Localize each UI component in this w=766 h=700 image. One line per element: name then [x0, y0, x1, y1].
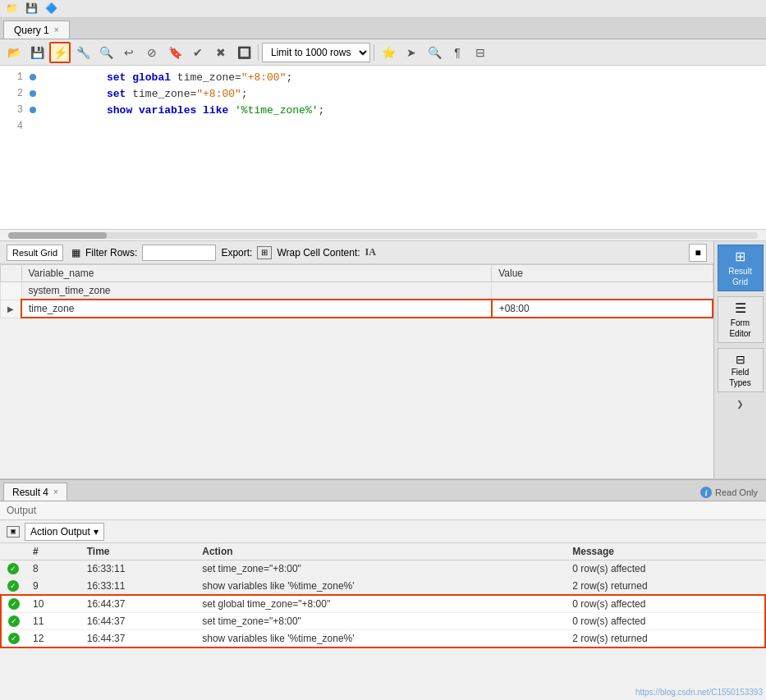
row-arrow-icon: ▶ — [7, 304, 14, 313]
check-button[interactable]: ✔ — [187, 42, 209, 63]
save-icon[interactable]: 💾 — [23, 1, 39, 17]
filter-rows-input[interactable] — [142, 245, 216, 261]
folder-icon[interactable]: 📁 — [3, 1, 20, 17]
cancel-button[interactable]: ✖ — [210, 42, 232, 63]
result-tab-label: Result 4 — [12, 487, 48, 498]
query-tab[interactable]: Query 1 × — [3, 21, 70, 39]
table-button[interactable]: ⊟ — [470, 42, 491, 63]
num-cell-9: 9 — [26, 578, 80, 596]
line-dot-2 — [30, 90, 36, 97]
stop-button[interactable]: ⊘ — [141, 42, 163, 63]
horizontal-scrollbar[interactable] — [0, 230, 766, 241]
result-grid: Variable_name Value system_time_zone — [0, 264, 713, 478]
output-header-row: # Time Action Message — [1, 543, 765, 560]
scroll-track — [8, 232, 758, 239]
status-ok-icon-10: ✓ — [8, 598, 20, 610]
status-ok-icon-11: ✓ — [8, 615, 20, 627]
output-row-10: ✓ 10 16:44:37 set global time_zone="+8:0… — [1, 595, 765, 613]
undo-button[interactable]: ↩ — [118, 42, 140, 63]
field-types-sidebar-button[interactable]: ⊟ FieldTypes — [718, 348, 764, 392]
watermark: https://blog.csdn.net/C1550153393 — [635, 688, 763, 697]
grid-row-2[interactable]: ▶ time_zone +08:00 — [1, 300, 713, 318]
action-cell-8: set time_zone="+8:00" — [195, 560, 566, 578]
cell-value-2: +08:00 — [492, 300, 713, 318]
info-icon: i — [700, 487, 712, 498]
output-label: Output — [7, 505, 36, 516]
wrap-label: Wrap Cell Content: — [277, 247, 360, 258]
square-toggle-button[interactable]: ■ — [689, 244, 707, 262]
filter-button[interactable]: 🔲 — [233, 42, 255, 63]
col-header-value: Value — [492, 265, 713, 282]
col-header-variable-name: Variable_name — [21, 265, 492, 282]
status-cell-9: ✓ — [1, 578, 26, 596]
arrow-button[interactable]: ➤ — [401, 42, 422, 63]
output-row-12: ✓ 12 16:44:37 show variables like '%time… — [1, 630, 765, 648]
action-output-dropdown-label: Action Output — [30, 526, 90, 538]
limit-dropdown[interactable]: Limit to 1000 rows — [262, 43, 370, 62]
result-grid-sidebar-icon: ⊞ — [720, 249, 761, 266]
query-toolbar: 📂 💾 ⚡ 🔧 🔍 ↩ ⊘ 🔖 ✔ ✖ 🔲 Limit to 1000 rows… — [0, 39, 766, 66]
result-main: Result Grid ▦ Filter Rows: Export: ⊞ Wra… — [0, 241, 713, 478]
action-cell-9: show variables like '%time_zone%' — [195, 578, 566, 596]
query-icon[interactable]: 🔷 — [43, 1, 59, 17]
scroll-thumb[interactable] — [8, 232, 107, 239]
output-row-11: ✓ 11 16:44:37 set time_zone="+8:00" 0 ro… — [1, 613, 765, 630]
system-toolbar: 📁 💾 🔷 — [0, 0, 766, 18]
num-cell-12: 12 — [26, 630, 80, 648]
result-tab-4[interactable]: Result 4 × — [3, 483, 67, 501]
line-num-4: 4 — [7, 121, 23, 132]
star-button[interactable]: ⭐ — [378, 42, 399, 63]
grid-row-1[interactable]: system_time_zone — [1, 282, 713, 300]
magnify-button[interactable]: 🔍 — [424, 42, 445, 63]
status-ok-icon-8: ✓ — [7, 563, 19, 574]
read-only-text: Read Only — [715, 487, 758, 497]
form-editor-sidebar-button[interactable]: ☰ FormEditor — [718, 296, 764, 343]
sidebar-collapse-arrow[interactable]: ❯ — [736, 397, 743, 411]
execute-button[interactable]: ⚡ — [49, 42, 71, 63]
tab-label: Query 1 — [14, 25, 49, 36]
col-header-status — [1, 543, 26, 560]
tab-close-button[interactable]: × — [54, 25, 59, 34]
message-cell-11: 0 row(s) affected — [566, 613, 765, 630]
action-output-icon: ▣ — [7, 526, 20, 538]
line-dot-empty-4 — [30, 123, 36, 130]
right-sidebar: ⊞ ResultGrid ☰ FormEditor ⊟ FieldTypes ❯ — [713, 241, 766, 478]
col-header-time: Time — [80, 543, 195, 560]
message-cell-12: 2 row(s) returned — [566, 630, 765, 648]
result-toolbar: Result Grid ▦ Filter Rows: Export: ⊞ Wra… — [0, 241, 713, 264]
separator2 — [374, 44, 374, 61]
message-cell-9: 2 row(s) returned — [566, 578, 765, 596]
cell-value-1 — [492, 282, 713, 300]
export-icon[interactable]: ⊞ — [257, 246, 272, 259]
export-label: Export: — [221, 247, 252, 258]
open-folder-button[interactable]: 📂 — [3, 42, 25, 63]
line-num-2: 2 — [7, 88, 23, 99]
save-button[interactable]: 💾 — [26, 42, 48, 63]
output-table-container: # Time Action Message ✓ 8 16:33:11 set t… — [0, 543, 766, 648]
num-cell-10: 10 — [26, 595, 80, 613]
read-only-label: i Read Only — [700, 487, 766, 501]
output-row-8: ✓ 8 16:33:11 set time_zone="+8:00" 0 row… — [1, 560, 765, 578]
result-grid-sidebar-label: ResultGrid — [728, 267, 751, 286]
result-tab-close[interactable]: × — [53, 487, 58, 496]
time-cell-9: 16:33:11 — [80, 578, 195, 596]
status-ok-icon-12: ✓ — [8, 633, 20, 644]
result-grid-label: Result Grid — [12, 248, 57, 258]
output-table: # Time Action Message ✓ 8 16:33:11 set t… — [0, 543, 766, 648]
output-section: Output — [0, 501, 766, 520]
code-editor[interactable]: 1 set global time_zone="+8:00"; 2 set ti… — [0, 66, 766, 230]
action-output-dropdown[interactable]: Action Output ▾ — [25, 523, 104, 541]
row-selector-1 — [1, 282, 22, 300]
result-grid-button[interactable]: Result Grid — [7, 245, 63, 261]
wrap-icon: IA — [365, 246, 376, 258]
result-grid-sidebar-button[interactable]: ⊞ ResultGrid — [718, 245, 764, 291]
search-button[interactable]: 🔍 — [95, 42, 117, 63]
status-ok-icon-9: ✓ — [7, 580, 19, 592]
para-button[interactable]: ¶ — [447, 42, 468, 63]
filter-rows-label: Filter Rows: — [85, 247, 137, 258]
wrench-button[interactable]: 🔧 — [72, 42, 94, 63]
status-cell-10: ✓ — [1, 595, 26, 613]
bottom-section: Result 4 × i Read Only Output ▣ Action O… — [0, 479, 766, 689]
bookmark-button[interactable]: 🔖 — [164, 42, 186, 63]
code-lines: 1 set global time_zone="+8:00"; 2 set ti… — [0, 66, 766, 229]
